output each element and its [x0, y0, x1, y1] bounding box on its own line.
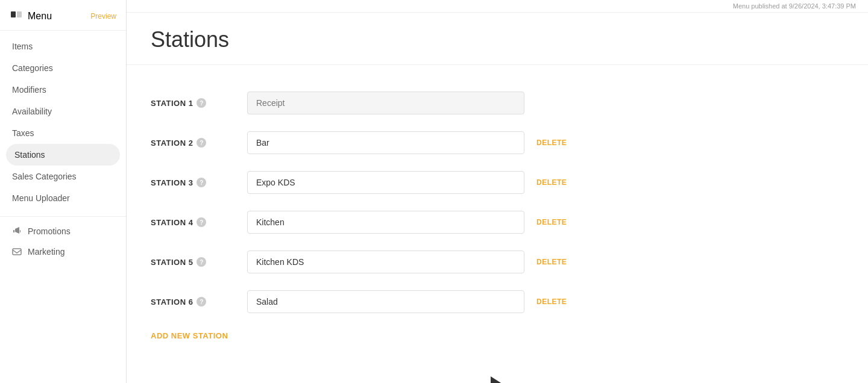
station-4-help-icon[interactable]: ? [197, 217, 206, 227]
station-1-label: STATION 1 ? [151, 98, 235, 108]
sidebar-promotions[interactable]: Promotions [0, 219, 126, 240]
sidebar-item-label: Taxes [12, 128, 34, 138]
station-5-label: STATION 5 ? [151, 257, 235, 267]
station-1-input[interactable] [247, 92, 524, 114]
sidebar-item-taxes[interactable]: Taxes [0, 122, 126, 144]
main-content-area: Menu published at 9/26/2024, 3:47:39 PM … [127, 0, 868, 383]
svg-rect-2 [13, 249, 21, 255]
sidebar-header: Menu Preview [0, 0, 126, 31]
sidebar-item-modifiers[interactable]: Modifiers [0, 79, 126, 101]
sidebar-item-categories[interactable]: Categories [0, 57, 126, 79]
station-1-help-icon[interactable]: ? [197, 98, 206, 108]
play-button-area [127, 364, 868, 383]
station-row-5: STATION 5 ? DELETE [151, 242, 844, 282]
station-row-2: STATION 2 ? DELETE [151, 123, 844, 163]
menu-icon [10, 10, 23, 23]
sidebar-item-stations[interactable]: Stations [6, 144, 120, 166]
megaphone-icon [12, 226, 22, 236]
sidebar-item-availability[interactable]: Availability [0, 101, 126, 122]
station-3-delete-button[interactable]: DELETE [536, 178, 573, 187]
station-row-3: STATION 3 ? DELETE [151, 163, 844, 202]
published-text: Menu published at 9/26/2024, 3:47:39 PM [733, 2, 856, 10]
page-title: Stations [127, 13, 868, 65]
station-4-delete-button[interactable]: DELETE [536, 218, 573, 226]
sidebar-item-label: Items [12, 42, 33, 51]
station-6-delete-button[interactable]: DELETE [536, 297, 573, 306]
station-row-1: STATION 1 ? [151, 83, 844, 123]
station-3-input[interactable] [247, 171, 524, 194]
add-station-button[interactable]: ADD NEW STATION [151, 325, 844, 346]
station-6-label: STATION 6 ? [151, 297, 235, 307]
published-status: Menu published at 9/26/2024, 3:47:39 PM [127, 0, 868, 13]
station-2-input[interactable] [247, 131, 524, 154]
email-icon [12, 247, 22, 257]
sidebar: Menu Preview Items Categories Modifiers … [0, 0, 127, 383]
sidebar-item-items[interactable]: Items [0, 36, 126, 57]
sidebar-item-sales-categories[interactable]: Sales Categories [0, 166, 126, 187]
station-4-label: STATION 4 ? [151, 217, 235, 227]
sidebar-item-label: Menu Uploader [12, 193, 70, 203]
svg-rect-0 [11, 11, 16, 17]
marketing-label: Marketing [28, 247, 64, 257]
sidebar-item-menu-uploader[interactable]: Menu Uploader [0, 187, 126, 209]
sidebar-marketing[interactable]: Marketing [0, 240, 126, 260]
station-row-4: STATION 4 ? DELETE [151, 202, 844, 242]
station-4-input[interactable] [247, 211, 524, 234]
promotions-label: Promotions [28, 226, 71, 236]
sidebar-nav: Items Categories Modifiers Availability … [0, 31, 126, 214]
sidebar-item-label: Categories [12, 63, 53, 73]
stations-content: STATION 1 ? STATION 2 ? DELETE STATION 3… [127, 65, 868, 364]
sidebar-item-label: Sales Categories [12, 172, 77, 181]
sidebar-item-label: Modifiers [12, 85, 46, 95]
sidebar-divider [0, 216, 126, 217]
play-button[interactable] [491, 376, 504, 383]
sidebar-logo-text: Menu [28, 11, 52, 22]
station-2-delete-button[interactable]: DELETE [536, 139, 573, 147]
preview-button[interactable]: Preview [90, 12, 116, 20]
station-3-help-icon[interactable]: ? [197, 178, 206, 187]
station-5-delete-button[interactable]: DELETE [536, 258, 573, 266]
svg-rect-1 [17, 11, 22, 17]
station-2-label: STATION 2 ? [151, 138, 235, 148]
sidebar-logo: Menu [10, 10, 52, 23]
station-6-input[interactable] [247, 290, 524, 313]
station-5-help-icon[interactable]: ? [197, 257, 206, 267]
station-6-help-icon[interactable]: ? [197, 297, 206, 307]
sidebar-item-label: Availability [12, 107, 52, 116]
sidebar-item-label: Stations [14, 150, 45, 160]
station-3-label: STATION 3 ? [151, 178, 235, 187]
station-row-6: STATION 6 ? DELETE [151, 282, 844, 322]
station-2-help-icon[interactable]: ? [197, 138, 206, 148]
station-5-input[interactable] [247, 251, 524, 273]
